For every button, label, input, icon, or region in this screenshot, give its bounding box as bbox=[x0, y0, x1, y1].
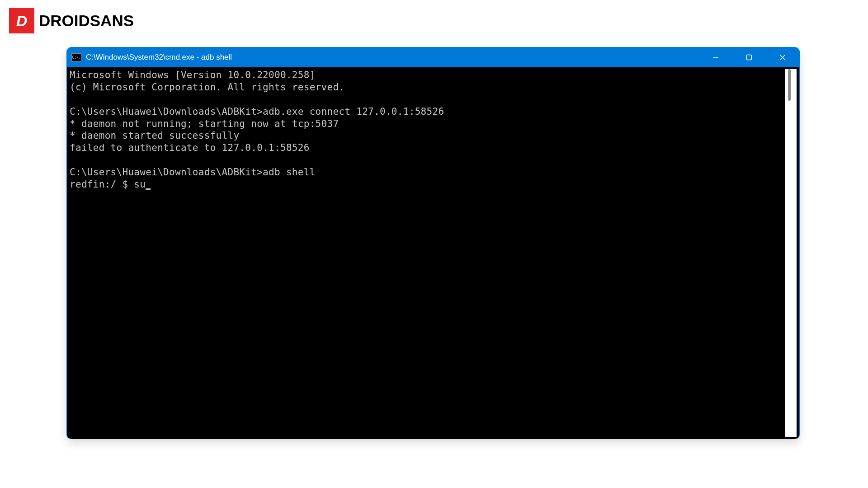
titlebar[interactable]: C:\. C:\Windows\System32\cmd.exe - adb s… bbox=[67, 47, 799, 67]
svg-rect-1 bbox=[747, 55, 752, 60]
scrollbar[interactable] bbox=[785, 69, 797, 437]
maximize-button[interactable] bbox=[732, 47, 766, 67]
close-icon bbox=[779, 54, 786, 61]
window-title: C:\Windows\System32\cmd.exe - adb shell bbox=[86, 53, 232, 62]
window-controls bbox=[699, 47, 799, 67]
brand-logo: D DROIDSANS bbox=[9, 8, 134, 33]
brand-logo-glyph: D bbox=[16, 12, 28, 30]
maximize-icon bbox=[746, 54, 752, 61]
minimize-button[interactable] bbox=[699, 47, 732, 67]
cmd-icon: C:\. bbox=[71, 53, 81, 61]
minimize-icon bbox=[712, 54, 719, 61]
close-button[interactable] bbox=[766, 47, 799, 67]
scrollbar-thumb[interactable] bbox=[788, 69, 791, 101]
terminal-window: C:\. C:\Windows\System32\cmd.exe - adb s… bbox=[66, 47, 800, 439]
titlebar-left: C:\. C:\Windows\System32\cmd.exe - adb s… bbox=[71, 53, 232, 62]
brand-logo-text: DROIDSANS bbox=[39, 12, 134, 30]
cursor bbox=[146, 188, 151, 190]
terminal-content[interactable]: Microsoft Windows [Version 10.0.22000.25… bbox=[70, 69, 785, 437]
brand-logo-icon: D bbox=[9, 8, 34, 33]
cmd-icon-text: C:\. bbox=[72, 56, 80, 60]
terminal-body[interactable]: Microsoft Windows [Version 10.0.22000.25… bbox=[67, 67, 799, 439]
